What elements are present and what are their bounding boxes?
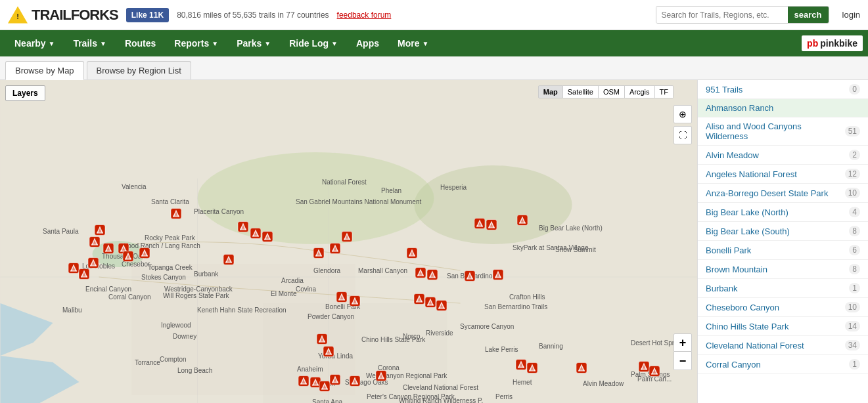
sidebar-item-name: Anza-Borrego Desert State Park (706, 188, 845, 198)
sidebar-item[interactable]: Big Bear Lake (South)8 (698, 222, 868, 241)
map-type-controls: Map Satellite OSM Arcgis TF (538, 85, 674, 98)
sidebar-item-name: Corral Canyon (706, 360, 849, 370)
sidebar: 951 Trails0Ahmanson RanchAliso and Wood … (697, 80, 868, 403)
sidebar-item-count: 8 (849, 264, 860, 274)
sidebar-item[interactable]: Ahmanson Ranch (698, 99, 868, 117)
map-icon-controls: ⊕ ⛶ (674, 105, 692, 144)
sidebar-item-name: Angeles National Forest (706, 169, 845, 179)
tab-browse-map[interactable]: Browse by Map (5, 61, 84, 80)
sidebar-item-count: 12 (845, 169, 860, 179)
sidebar-item[interactable]: Corral Canyon1 (698, 355, 868, 374)
svg-rect-6 (263, 303, 447, 403)
sidebar-item[interactable]: 951 Trails0 (698, 80, 868, 99)
facebook-like-button[interactable]: Like 11K (126, 8, 169, 22)
nav-label-apps: Apps (356, 38, 379, 49)
sidebar-item-name: Aliso and Wood Canyons Wilderness (706, 121, 845, 141)
sidebar-item-name: Ahmanson Ranch (706, 103, 860, 113)
fullscreen-icon-btn[interactable]: ⛶ (674, 126, 692, 144)
sidebar-item[interactable]: Anza-Borrego Desert State Park10 (698, 184, 868, 203)
svg-point-3 (198, 152, 434, 244)
nav-label-trails: Trails (73, 38, 97, 49)
sidebar-item-name: Cheseboro Canyon (706, 303, 845, 312)
sidebar-item-count: 2 (849, 150, 860, 160)
zoom-out-button[interactable]: − (674, 352, 692, 370)
sidebar-item-count: 1 (849, 283, 860, 293)
nav-item-nearby[interactable]: Nearby ▼ (5, 30, 64, 56)
chevron-down-icon: ▼ (100, 40, 106, 47)
sidebar-item-count: 14 (845, 321, 860, 331)
location-icon-btn[interactable]: ⊕ (674, 105, 692, 123)
sidebar-item-name: Bonelli Park (706, 245, 849, 255)
search-bar: search (656, 6, 829, 24)
sidebar-item[interactable]: Burbank1 (698, 279, 868, 298)
search-input[interactable] (656, 7, 788, 23)
zoom-in-button[interactable]: + (674, 333, 692, 352)
sidebar-item-count: 0 (849, 84, 860, 95)
nav-item-parks[interactable]: Parks ▼ (227, 30, 280, 56)
sidebar-item-count: 34 (845, 340, 860, 350)
nav-label-nearby: Nearby (14, 38, 45, 49)
main-nav: Nearby ▼ Trails ▼ Routes Reports ▼ Parks… (0, 30, 868, 56)
nav-item-routes[interactable]: Routes (116, 30, 165, 56)
pinkbike-logo[interactable]: pb pinkbike (802, 35, 863, 51)
map-svg (0, 80, 697, 403)
sidebar-item-count: 8 (849, 226, 860, 236)
map-type-map-btn[interactable]: Map (538, 85, 563, 98)
layers-box[interactable]: Layers (5, 85, 45, 101)
sidebar-item-name: Chino Hills State Park (706, 322, 845, 331)
tab-bar: Browse by Map Browse by Region List (0, 56, 868, 80)
map-container[interactable]: ValenciaSanta ClaritaSan Gabriel Mountai… (0, 80, 697, 403)
sidebar-item-name: Brown Mountain (706, 265, 849, 274)
pb-logo-text: pb (807, 38, 818, 49)
nav-label-routes: Routes (125, 38, 156, 49)
sidebar-item[interactable]: Cheseboro Canyon10 (698, 298, 868, 317)
chevron-down-icon: ▼ (212, 40, 218, 47)
sidebar-item-count: 6 (849, 245, 860, 255)
sidebar-item[interactable]: Chino Hills State Park14 (698, 317, 868, 336)
logo-triangle-icon: ! (8, 7, 28, 24)
tab-browse-region[interactable]: Browse by Region List (87, 61, 191, 79)
svg-point-4 (415, 165, 572, 244)
sidebar-item[interactable]: Cleveland National Forest34 (698, 336, 868, 355)
nav-label-reports: Reports (174, 38, 209, 49)
sidebar-item-name: Big Bear Lake (North) (706, 207, 849, 217)
sidebar-item[interactable]: Bonelli Park6 (698, 241, 868, 260)
nav-item-trails[interactable]: Trails ▼ (64, 30, 116, 56)
chevron-down-icon: ▼ (422, 40, 428, 47)
nav-item-more[interactable]: More ▼ (388, 30, 438, 56)
logo: ! TRAILFORKS (8, 7, 118, 24)
sidebar-item-name: Cleveland National Forest (706, 341, 845, 350)
map-type-satellite-btn[interactable]: Satellite (563, 85, 599, 98)
sidebar-item-name: Alvin Meadow (706, 150, 849, 160)
sidebar-item[interactable]: Aliso and Wood Canyons Wilderness51 (698, 117, 868, 146)
chevron-down-icon: ▼ (48, 40, 55, 47)
nav-item-ridelog[interactable]: Ride Log ▼ (280, 30, 347, 56)
nav-item-reports[interactable]: Reports ▼ (165, 30, 227, 56)
sidebar-item-name: Burbank (706, 284, 849, 293)
sidebar-item-count: 4 (849, 207, 860, 217)
sidebar-item[interactable]: Angeles National Forest12 (698, 165, 868, 184)
nav-label-ridelog: Ride Log (289, 38, 329, 49)
map-type-arcgis-btn[interactable]: Arcgis (625, 85, 655, 98)
sidebar-item-name: 951 Trails (706, 85, 849, 95)
sidebar-item-count: 1 (849, 359, 860, 370)
zoom-controls: + − (674, 333, 692, 370)
login-button[interactable]: login (842, 10, 860, 20)
search-button[interactable]: search (788, 7, 829, 23)
main-content: ValenciaSanta ClaritaSan Gabriel Mountai… (0, 80, 868, 403)
sidebar-item[interactable]: Alvin Meadow2 (698, 146, 868, 165)
sidebar-item[interactable]: Big Bear Lake (North)4 (698, 203, 868, 222)
chevron-down-icon: ▼ (331, 40, 338, 47)
chevron-down-icon: ▼ (264, 40, 271, 47)
site-stats: 80,816 miles of 55,635 trails in 77 coun… (177, 11, 329, 20)
map-type-tf-btn[interactable]: TF (655, 85, 674, 98)
feedback-link[interactable]: feedback forum (337, 11, 392, 20)
logo-text: TRAILFORKS (32, 7, 118, 24)
sidebar-item-name: Big Bear Lake (South) (706, 226, 849, 236)
map-type-osm-btn[interactable]: OSM (599, 85, 625, 98)
sidebar-item[interactable]: Brown Mountain8 (698, 260, 868, 279)
svg-point-10 (93, 241, 145, 267)
sidebar-item-count: 10 (845, 302, 860, 312)
nav-item-apps[interactable]: Apps (347, 30, 388, 56)
pinkbike-text: pinkbike (820, 38, 857, 49)
